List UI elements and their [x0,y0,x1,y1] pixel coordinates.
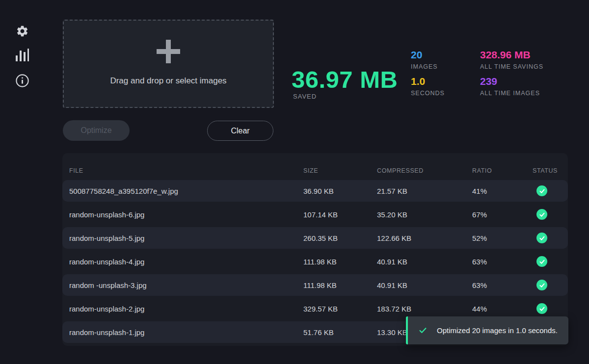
table-row: random-unsplash-5.jpg 260.35 KB 122.66 K… [62,227,568,249]
file-size: 329.57 KB [303,305,377,313]
check-icon [419,326,427,335]
file-name: random -unsplash-3.jpg [69,281,303,289]
all-time-savings-value: 328.96 MB [480,49,563,61]
file-size: 36.90 KB [303,187,377,195]
plus-icon [157,40,180,63]
file-size: 51.76 KB [303,328,377,337]
check-circle-icon [536,233,547,243]
gear-icon [16,25,29,38]
file-name: random-unsplash-6.jpg [69,210,303,219]
table-header: FILE SIZE COMPRESSED RATIO STATUS [62,161,568,180]
check-circle-icon [536,303,547,314]
check-circle-icon [536,280,547,290]
check-circle-icon [536,256,547,267]
check-circle-icon [536,185,547,196]
table-row: random-unsplash-6.jpg 107.14 KB 35.20 KB… [62,204,568,225]
settings-button[interactable] [15,24,29,38]
file-name: random-unsplash-2.jpg [69,305,303,313]
file-name: random-unsplash-5.jpg [69,234,303,242]
compressed-size: 122.66 KB [377,234,472,242]
saved-value: 36.97 MB [292,66,398,93]
saved-label: SAVED [293,93,317,100]
compressed-size: 40.91 KB [377,258,472,266]
file-size: 111.98 KB [303,258,377,266]
all-time-images-value: 239 [480,75,563,88]
ratio-value: 52% [472,234,533,242]
column-header-size: SIZE [303,167,377,174]
table-row: 50087758248_a395120f7e_w.jpg 36.90 KB 21… [62,180,568,202]
check-circle-icon [536,209,547,220]
all-time-images-label: ALL TIME IMAGES [480,90,563,97]
column-header-file: FILE [69,167,303,174]
clear-button[interactable]: Clear [207,121,273,141]
bar-chart-icon [15,47,29,62]
compressed-size: 21.57 KB [377,187,472,195]
all-time-savings-label: ALL TIME SAVINGS [480,63,563,70]
ratio-value: 63% [472,281,533,289]
optimize-button[interactable]: Optimize [63,120,130,141]
toast-message: Optimized 20 images in 1.0 seconds. [437,326,558,335]
column-header-status: STATUS [533,167,568,174]
column-header-compressed: COMPRESSED [377,167,472,174]
toast-notification: Optimized 20 images in 1.0 seconds. [406,316,568,344]
ratio-value: 67% [472,210,533,219]
file-size: 111.98 KB [303,281,377,289]
compressed-size: 35.20 KB [377,210,472,219]
column-header-ratio: RATIO [472,167,533,174]
stats-button[interactable] [15,47,29,62]
about-button[interactable] [15,73,29,88]
ratio-value: 41% [472,187,533,195]
dropzone[interactable]: Drag and drop or select images [63,20,274,108]
ratio-value: 44% [472,305,533,313]
file-name: random-unsplash-4.jpg [69,258,303,266]
file-name: random-unsplash-1.jpg [69,328,303,337]
info-icon [15,74,29,88]
file-size: 260.35 KB [303,234,377,242]
compressed-size: 183.72 KB [377,305,472,313]
dropzone-label: Drag and drop or select images [110,76,226,86]
all-time-stats: 328.96 MB ALL TIME SAVINGS 239 ALL TIME … [480,49,563,102]
app-window: Drag and drop or select images 36.97 MB … [0,0,589,364]
table-row: random -unsplash-3.jpg 111.98 KB 40.91 K… [62,274,568,296]
compressed-size: 40.91 KB [377,281,472,289]
table-row: random-unsplash-4.jpg 111.98 KB 40.91 KB… [62,251,568,272]
file-name: 50087758248_a395120f7e_w.jpg [69,187,303,195]
sidebar [0,0,43,364]
file-size: 107.14 KB [303,210,377,219]
ratio-value: 63% [472,258,533,266]
